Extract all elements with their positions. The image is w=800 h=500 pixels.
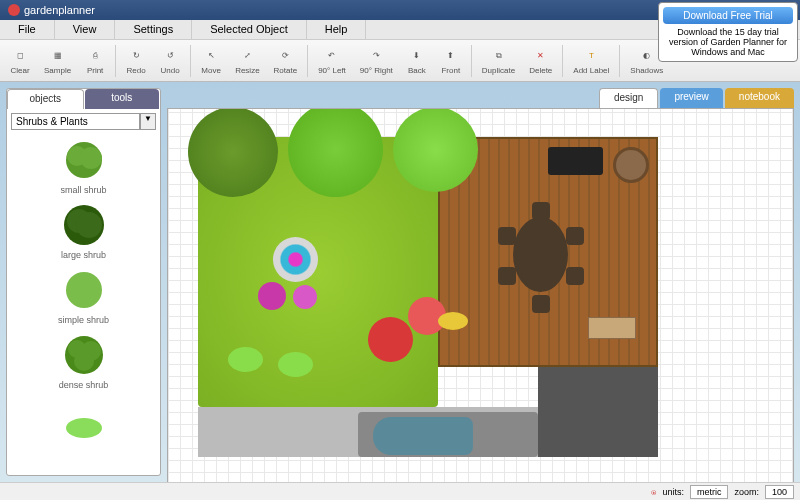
menu-view[interactable]: View	[55, 20, 116, 39]
back-icon: ⬇	[408, 47, 426, 65]
menu-selected-object[interactable]: Selected Object	[192, 20, 307, 39]
sample-icon: ▦	[49, 47, 67, 65]
rotate-right-button[interactable]: ↷90° Right	[354, 45, 399, 77]
bench-object[interactable]	[588, 317, 636, 339]
list-item[interactable]: dense shrub	[11, 333, 156, 390]
tab-design[interactable]: design	[599, 88, 658, 108]
redo-button[interactable]: ↻Redo	[120, 45, 152, 77]
svg-point-2	[80, 147, 102, 169]
trial-popup: Download Free Trial Download the 15 day …	[658, 2, 798, 62]
sample-button[interactable]: ▦Sample	[38, 45, 77, 77]
rotate-icon: ⟳	[276, 47, 294, 65]
add-label-button[interactable]: TAdd Label	[567, 45, 615, 77]
text-icon: T	[582, 47, 600, 65]
undo-button[interactable]: ↺Undo	[154, 45, 186, 77]
list-item[interactable]	[11, 398, 156, 443]
send-back-button[interactable]: ⬇Back	[401, 45, 433, 77]
statusbar: ⍟ units: metric zoom: 100	[0, 482, 800, 500]
flower-object[interactable]	[293, 285, 317, 309]
car-object[interactable]	[373, 417, 473, 455]
move-button[interactable]: ↖Move	[195, 45, 227, 77]
object-list[interactable]: small shrub large shrub simple shrub den…	[7, 134, 160, 475]
trial-text: Download the 15 day trial version of Gar…	[663, 27, 793, 57]
sidebar: objects tools Shrubs & Plants ▼ small sh…	[6, 88, 161, 476]
list-item[interactable]: simple shrub	[11, 268, 156, 325]
zoom-value[interactable]: 100	[765, 485, 794, 499]
units-label: units:	[662, 487, 684, 497]
chair-object[interactable]	[498, 267, 516, 285]
delete-button[interactable]: ✕Delete	[523, 45, 558, 77]
delete-icon: ✕	[532, 47, 550, 65]
app-title: gardenplanner	[24, 4, 95, 16]
units-select[interactable]: metric	[690, 485, 729, 499]
category-dropdown-button[interactable]: ▼	[140, 113, 156, 130]
tab-notebook[interactable]: notebook	[725, 88, 794, 108]
chair-object[interactable]	[532, 202, 550, 220]
tab-objects[interactable]: objects	[7, 89, 84, 109]
rotate-left-button[interactable]: ↶90° Left	[312, 45, 352, 77]
duplicate-button[interactable]: ⧉Duplicate	[476, 45, 521, 77]
flower-object[interactable]	[258, 282, 286, 310]
app-logo-icon	[8, 4, 20, 16]
planter-object[interactable]	[613, 147, 649, 183]
zoom-label: zoom:	[734, 487, 759, 497]
move-icon: ↖	[202, 47, 220, 65]
svg-point-10	[74, 351, 94, 371]
flower-object[interactable]	[438, 312, 468, 330]
category-select[interactable]: Shrubs & Plants	[11, 113, 140, 130]
list-item[interactable]: large shrub	[11, 203, 156, 260]
chair-object[interactable]	[498, 227, 516, 245]
chair-object[interactable]	[566, 227, 584, 245]
tab-preview[interactable]: preview	[660, 88, 722, 108]
bring-front-button[interactable]: ⬆Front	[435, 45, 467, 77]
clear-button[interactable]: ◻Clear	[4, 45, 36, 77]
rotate-left-icon: ↶	[323, 47, 341, 65]
fountain-object[interactable]	[273, 237, 318, 282]
resize-icon: ⤢	[238, 47, 256, 65]
print-icon: ⎙	[86, 47, 104, 65]
bbq-object[interactable]	[548, 147, 603, 175]
front-icon: ⬆	[442, 47, 460, 65]
rotate-right-icon: ↷	[367, 47, 385, 65]
chair-object[interactable]	[566, 267, 584, 285]
menu-file[interactable]: File	[0, 20, 55, 39]
plant-object[interactable]	[228, 347, 263, 372]
tree-object[interactable]	[393, 108, 478, 192]
redo-icon: ↻	[127, 47, 145, 65]
plant-object[interactable]	[278, 352, 313, 377]
chair-object[interactable]	[532, 295, 550, 313]
svg-point-6	[66, 272, 102, 308]
pin-icon[interactable]: ⍟	[651, 487, 656, 497]
menu-help[interactable]: Help	[307, 20, 367, 39]
menu-settings[interactable]: Settings	[115, 20, 192, 39]
svg-point-5	[76, 212, 102, 238]
resize-button[interactable]: ⤢Resize	[229, 45, 265, 77]
tree-object[interactable]	[188, 108, 278, 197]
shadows-icon: ◐	[638, 47, 656, 65]
building-object[interactable]	[538, 367, 658, 457]
tab-tools[interactable]: tools	[85, 89, 160, 109]
svg-point-11	[66, 418, 102, 438]
table-object[interactable]	[513, 217, 568, 292]
garden-plan[interactable]	[198, 117, 678, 457]
list-item[interactable]: small shrub	[11, 138, 156, 195]
duplicate-icon: ⧉	[490, 47, 508, 65]
design-canvas[interactable]	[167, 108, 794, 486]
rotate-button[interactable]: ⟳Rotate	[268, 45, 304, 77]
flower-object[interactable]	[368, 317, 413, 362]
undo-icon: ↺	[161, 47, 179, 65]
clear-icon: ◻	[11, 47, 29, 65]
print-button[interactable]: ⎙Print	[79, 45, 111, 77]
download-trial-button[interactable]: Download Free Trial	[663, 7, 793, 24]
